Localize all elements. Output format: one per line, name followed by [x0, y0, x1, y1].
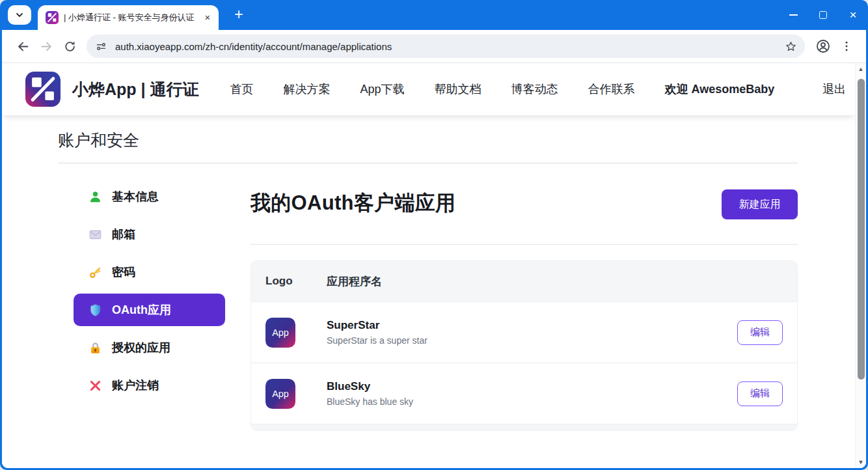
close-button[interactable]: ×: [838, 0, 868, 30]
forward-button[interactable]: [34, 35, 58, 58]
url-text[interactable]: auth.xiaoyeapp.com/zh-cn/identity/accoun…: [115, 41, 392, 52]
maximize-icon: [819, 11, 827, 19]
nav-item-blog[interactable]: 博客动态: [511, 81, 558, 97]
app-logo-text: App: [272, 389, 289, 399]
tab-search-button[interactable]: [8, 5, 31, 25]
scroll-up-icon[interactable]: ▲: [856, 66, 866, 72]
minimize-icon: [789, 14, 798, 16]
envelope-icon: [88, 228, 102, 242]
person-icon: [88, 190, 102, 204]
nav-welcome-user[interactable]: 欢迎 AwesomeBaby: [665, 81, 775, 97]
key-icon: [88, 266, 102, 279]
scrollbar-thumb[interactable]: [858, 79, 865, 380]
content-row: 基本信息 邮箱: [58, 180, 798, 431]
shield-icon: [88, 303, 102, 317]
site-favicon: [46, 11, 59, 24]
new-tab-button[interactable]: +: [229, 5, 249, 25]
tab-close-icon[interactable]: ×: [202, 12, 213, 23]
site-info-icon: [96, 41, 107, 52]
reload-button[interactable]: [58, 35, 81, 58]
profile-button[interactable]: [811, 35, 835, 58]
table-row: App BlueSky BlueSky has blue sky 编辑: [251, 363, 797, 424]
title-bar: | 小烨通行证 - 账号安全与身份认证 × + ×: [0, 0, 868, 30]
sidebar-item-basic-info[interactable]: 基本信息: [74, 180, 225, 213]
new-app-button[interactable]: 新建应用: [722, 189, 798, 219]
edit-button[interactable]: 编辑: [737, 320, 783, 345]
app-logo-text: App: [272, 327, 289, 338]
page-body: 账户和安全 基本信息: [2, 115, 855, 431]
star-icon: [785, 40, 797, 53]
nav-item-contact[interactable]: 合作联系: [588, 81, 635, 97]
sidebar-item-oauth-apps[interactable]: OAuth应用: [74, 294, 225, 326]
app-name: SuperStar: [327, 319, 427, 332]
back-button[interactable]: [11, 35, 34, 58]
account-sidebar: 基本信息 邮箱: [74, 180, 225, 431]
app-logo-icon: App: [265, 379, 295, 409]
back-icon: [16, 40, 30, 53]
app-logo-cell: App: [265, 318, 327, 348]
brand-logo-icon[interactable]: [25, 72, 61, 107]
page-scrollbar[interactable]: ▲ ▼: [855, 63, 866, 468]
app-logo-icon: App: [265, 318, 295, 348]
minimize-button[interactable]: [778, 0, 808, 30]
apps-table-header: Logo 应用程序名: [251, 261, 797, 301]
app-info: SuperStar SuperStar is a super star: [327, 319, 427, 346]
tab-title: | 小烨通行证 - 账号安全与身份认证: [64, 12, 197, 23]
sidebar-item-label: 授权的应用: [112, 340, 170, 355]
apps-table: Logo 应用程序名 App: [251, 260, 798, 431]
app-description: BlueSky has blue sky: [327, 396, 413, 407]
menu-button[interactable]: [835, 35, 858, 58]
sidebar-item-label: 基本信息: [112, 189, 159, 204]
site-header: 小烨App | 通行证 首页 解决方案 App下载 帮助文档 博客动态 合作联系…: [2, 63, 855, 115]
forward-icon: [40, 40, 53, 53]
title-divider: [58, 163, 798, 163]
apps-table-footer: [251, 424, 797, 430]
sidebar-item-email[interactable]: 邮箱: [74, 218, 225, 251]
sidebar-item-password[interactable]: 密码: [74, 256, 225, 288]
chevron-down-icon: [15, 10, 24, 20]
reload-icon: [63, 40, 77, 53]
main-nav: 首页 解决方案 App下载 帮助文档 博客动态 合作联系 欢迎 AwesomeB…: [230, 81, 848, 97]
sidebar-item-label: 账户注销: [112, 378, 159, 393]
scroll-down-icon[interactable]: ▼: [856, 459, 866, 465]
bookmark-button[interactable]: [781, 37, 800, 55]
app-info: BlueSky BlueSky has blue sky: [327, 380, 413, 407]
browser-body: auth.xiaoyeapp.com/zh-cn/identity/accoun…: [2, 30, 866, 468]
main-heading-row: 我的OAuth客户端应用 新建应用: [251, 189, 798, 219]
edit-button[interactable]: 编辑: [737, 381, 783, 406]
page-content: 小烨App | 通行证 首页 解决方案 App下载 帮助文档 博客动态 合作联系…: [2, 63, 855, 468]
app-logo-cell: App: [265, 379, 327, 409]
site-info-button[interactable]: [92, 37, 110, 55]
window-controls: ×: [778, 0, 868, 30]
avatar-icon: [815, 38, 831, 54]
nav-item-solutions[interactable]: 解决方案: [283, 81, 330, 97]
app-description: SuperStar is a super star: [327, 335, 427, 346]
app-name: BlueSky: [327, 380, 413, 393]
lock-icon: [88, 341, 102, 355]
nav-item-help-docs[interactable]: 帮助文档: [435, 81, 481, 97]
address-bar[interactable]: auth.xiaoyeapp.com/zh-cn/identity/accoun…: [87, 35, 805, 58]
browser-window: | 小烨通行证 - 账号安全与身份认证 × + ×: [0, 0, 868, 470]
browser-tab[interactable]: | 小烨通行证 - 账号安全与身份认证 ×: [38, 5, 219, 30]
column-header-app-name: 应用程序名: [327, 274, 382, 289]
sidebar-item-label: 邮箱: [112, 227, 135, 242]
page-area: 小烨App | 通行证 首页 解决方案 App下载 帮助文档 博客动态 合作联系…: [2, 63, 866, 468]
nav-item-app-download[interactable]: App下载: [360, 81, 404, 97]
close-icon: ×: [849, 8, 856, 22]
main-content: 我的OAuth客户端应用 新建应用 Logo 应用程序名: [251, 180, 798, 431]
nav-item-home[interactable]: 首页: [230, 81, 253, 97]
column-header-logo: Logo: [265, 275, 327, 288]
x-icon: [88, 379, 102, 393]
brand-name[interactable]: 小烨App | 通行证: [72, 79, 198, 100]
main-divider: [251, 244, 798, 245]
sidebar-item-label: OAuth应用: [112, 302, 171, 318]
table-row: App SuperStar SuperStar is a super star …: [251, 301, 797, 363]
kebab-menu-icon: [840, 40, 853, 53]
browser-toolbar: auth.xiaoyeapp.com/zh-cn/identity/accoun…: [2, 30, 866, 63]
sidebar-item-delete-account[interactable]: 账户注销: [74, 369, 225, 402]
oauth-apps-heading: 我的OAuth客户端应用: [251, 189, 455, 217]
nav-logout[interactable]: 退出: [822, 81, 848, 97]
sidebar-item-authorized-apps[interactable]: 授权的应用: [74, 331, 225, 364]
page-title: 账户和安全: [58, 130, 798, 151]
maximize-button[interactable]: [808, 0, 838, 30]
